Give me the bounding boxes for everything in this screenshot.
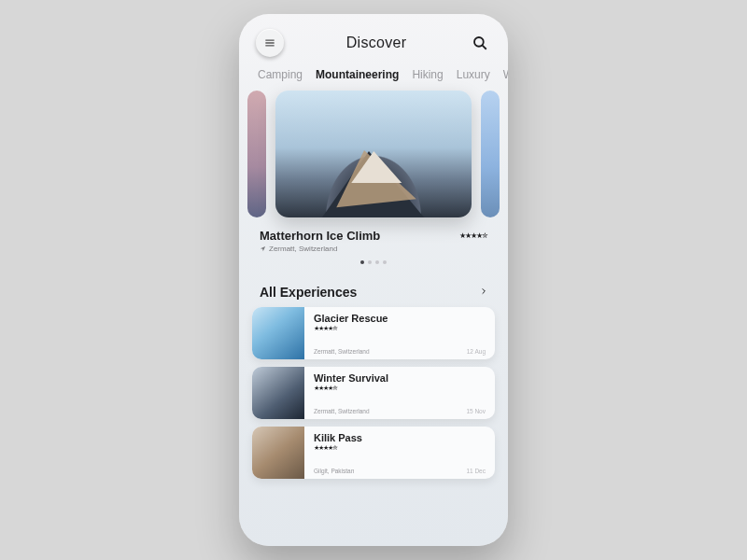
list-item-title: Glacier Rescue <box>314 313 486 324</box>
svg-point-3 <box>474 37 484 47</box>
list-item-date: 11 Dec <box>466 468 486 474</box>
list-item-location: Zermatt, Switzerland <box>314 348 370 355</box>
hero-meta: Matterhorn Ice Climb ★★★★✮ Zermatt, Swit… <box>239 229 508 268</box>
list-item-rating: ★★★★✮ <box>314 444 486 452</box>
hero-location: Zermatt, Switzerland <box>260 245 487 253</box>
dot[interactable] <box>383 260 387 264</box>
section-title: All Experiences <box>260 285 357 300</box>
list-item-thumb <box>252 367 304 419</box>
section-more-button[interactable] <box>480 286 487 300</box>
chevron-right-icon <box>480 286 487 297</box>
list-item-location: Gilgit, Pakistan <box>314 468 354 474</box>
list-item[interactable]: Kilik Pass ★★★★✮ Gilgit, Pakistan 11 Dec <box>252 427 495 479</box>
hero-prev-card[interactable] <box>247 91 266 217</box>
list-item-thumb <box>252 307 304 359</box>
tab-luxury[interactable]: Luxury <box>457 68 490 81</box>
carousel-dots <box>260 260 487 264</box>
list-item-location: Zermatt, Switzerland <box>314 408 370 414</box>
list-item-title: Kilik Pass <box>314 432 486 443</box>
location-arrow-icon <box>260 245 266 252</box>
list-item-date: 15 Nov <box>466 408 486 414</box>
hero-image <box>275 91 472 217</box>
hamburger-icon <box>263 36 276 49</box>
list-item[interactable]: Winter Survival ★★★★✮ Zermatt, Switzerla… <box>252 367 495 419</box>
hero-next-card[interactable] <box>481 91 500 217</box>
search-icon <box>472 35 488 51</box>
tab-more[interactable]: W <box>503 68 508 81</box>
hero-rating: ★★★★✮ <box>459 231 487 240</box>
tab-camping[interactable]: Camping <box>258 68 303 81</box>
list-item-rating: ★★★★✮ <box>314 385 486 392</box>
dot[interactable] <box>368 260 372 264</box>
search-button[interactable] <box>469 32 491 54</box>
dot[interactable] <box>360 260 364 264</box>
list-item-title: Winter Survival <box>314 372 486 384</box>
hero-card[interactable] <box>275 91 472 217</box>
list-item-date: 12 Aug <box>467 348 486 355</box>
tab-hiking[interactable]: Hiking <box>412 68 443 81</box>
list-item[interactable]: Glacier Rescue ★★★★✮ Zermatt, Switzerlan… <box>252 307 495 359</box>
list-item-rating: ★★★★✮ <box>314 325 486 332</box>
page-title: Discover <box>346 35 407 51</box>
section-header: All Experiences <box>239 268 508 307</box>
tab-mountaineering[interactable]: Mountaineering <box>316 68 399 81</box>
top-bar: Discover <box>239 14 508 66</box>
list-item-thumb <box>252 427 304 479</box>
menu-button[interactable] <box>256 29 284 57</box>
hero-title: Matterhorn Ice Climb <box>260 229 380 243</box>
experience-list: Glacier Rescue ★★★★✮ Zermatt, Switzerlan… <box>239 307 508 479</box>
svg-line-4 <box>483 46 486 49</box>
phone-frame: Discover Camping Mountaineering Hiking L… <box>239 14 508 546</box>
category-tabs: Camping Mountaineering Hiking Luxury W <box>239 66 508 91</box>
hero-carousel[interactable] <box>239 91 508 223</box>
dot[interactable] <box>375 260 379 264</box>
